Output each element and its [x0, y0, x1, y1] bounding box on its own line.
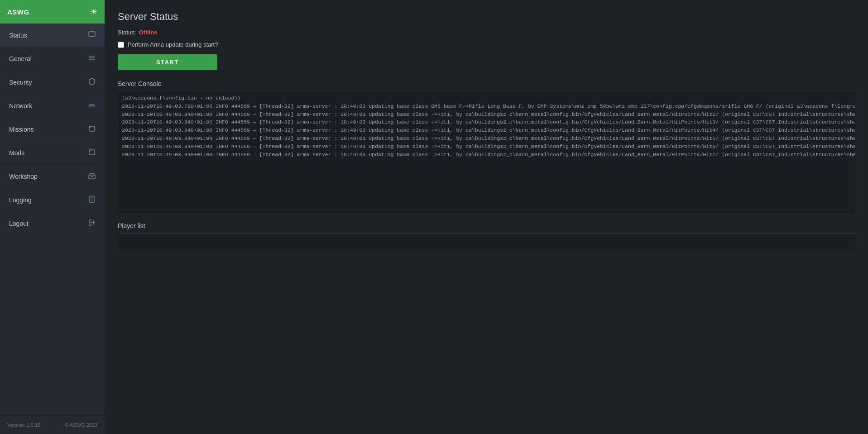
file-icon: [88, 196, 96, 205]
sidebar-label-status: Status: [9, 32, 27, 39]
sidebar-label-missions: Missions: [9, 126, 34, 133]
console-line: 2023-11-20T10:49:03.840+01:00 INFO 44456…: [122, 151, 851, 159]
console-line: 2023-11-20T10:49:03.840+01:00 INFO 44456…: [122, 126, 851, 134]
update-label[interactable]: Perform Arma update during start?: [128, 41, 218, 48]
console-title: Server Console: [118, 80, 855, 87]
sidebar-header: ASWG ☀: [0, 0, 105, 24]
sidebar-item-network[interactable]: Network: [0, 94, 105, 118]
app-title: ASWG: [7, 8, 29, 16]
list-icon: [88, 54, 96, 63]
sidebar-label-logging: Logging: [9, 196, 32, 204]
copyright-label: © ASWG 2023: [65, 422, 97, 428]
sidebar-item-logout[interactable]: Logout: [0, 212, 105, 235]
console-line: 2023-11-20T10:49:03.840+01:00 INFO 44456…: [122, 143, 851, 151]
sidebar-item-security[interactable]: Security: [0, 71, 105, 94]
sidebar-label-general: General: [9, 55, 32, 62]
svg-rect-7: [89, 126, 95, 131]
wifi-icon: [88, 101, 96, 110]
svg-point-6: [91, 107, 92, 108]
sidebar-nav: StatusGeneralSecurityNetworkMissionsMods…: [0, 24, 105, 235]
status-label: Status:: [118, 29, 136, 36]
toolbox-icon: [88, 172, 96, 181]
version-label: Version: 1.0.15: [7, 422, 40, 428]
sidebar-item-missions[interactable]: Missions: [0, 118, 105, 141]
svg-rect-8: [89, 150, 95, 155]
shield-icon: [88, 78, 96, 87]
update-checkbox[interactable]: [118, 42, 124, 48]
sidebar-footer: Version: 1.0.15 © ASWG 2023: [0, 415, 105, 434]
console-line: (a3\weapons_f\config.bin - no unload)): [122, 94, 851, 102]
svg-rect-0: [89, 32, 95, 36]
console-line: 2023-11-20T10:49:03.780+01:00 INFO 44456…: [122, 102, 851, 110]
sidebar-label-mods: Mods: [9, 149, 24, 157]
main-content: Server Status Status: Offline Perform Ar…: [105, 0, 868, 434]
update-row: Perform Arma update during start?: [118, 41, 855, 48]
console-line: 2023-11-20T10:49:03.840+01:00 INFO 44456…: [122, 118, 851, 126]
page-title: Server Status: [118, 11, 855, 23]
sidebar: ASWG ☀ StatusGeneralSecurityNetworkMissi…: [0, 0, 105, 434]
console-line: 2023-11-20T10:49:03.840+01:00 INFO 44456…: [122, 134, 851, 143]
sun-icon: ☀: [90, 7, 97, 17]
console-line: 2023-11-20T10:49:03.840+01:00 INFO 44456…: [122, 110, 851, 119]
sidebar-label-logout: Logout: [9, 220, 29, 227]
start-button[interactable]: START: [118, 54, 217, 70]
monitor-icon: [88, 31, 96, 40]
console-box[interactable]: (a3\weapons_f\config.bin - no unload))20…: [118, 91, 855, 213]
sidebar-label-workshop: Workshop: [9, 173, 38, 180]
sidebar-item-logging[interactable]: Logging: [0, 188, 105, 212]
logout-icon: [88, 219, 96, 228]
sidebar-item-status[interactable]: Status: [0, 24, 105, 47]
folder-icon: [88, 125, 96, 134]
svg-rect-9: [89, 175, 95, 179]
sidebar-item-mods[interactable]: Mods: [0, 141, 105, 165]
sidebar-item-general[interactable]: General: [0, 47, 105, 71]
sidebar-label-security: Security: [9, 79, 32, 86]
status-row: Status: Offline: [118, 29, 855, 36]
sidebar-item-workshop[interactable]: Workshop: [0, 165, 105, 188]
player-list-title: Player list: [118, 222, 855, 229]
folder-icon: [88, 148, 96, 157]
status-value: Offline: [139, 29, 157, 36]
player-list-box: [118, 233, 855, 251]
sidebar-label-network: Network: [9, 102, 32, 110]
